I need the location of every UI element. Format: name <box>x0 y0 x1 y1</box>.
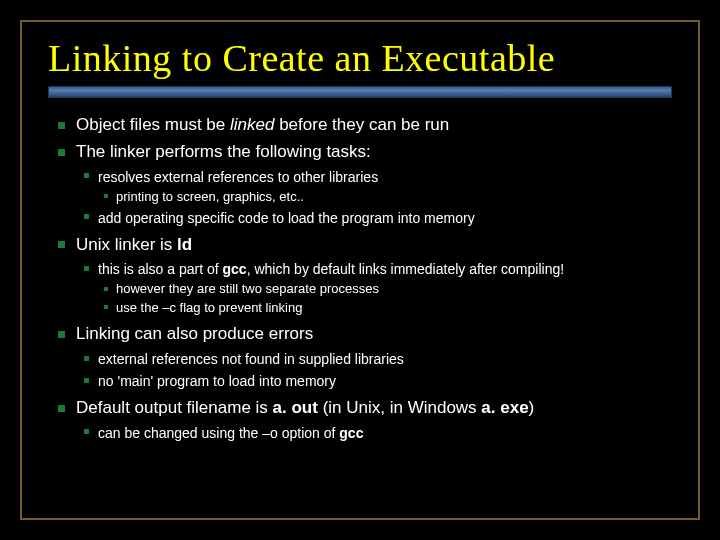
bullet-text: ) <box>529 398 535 417</box>
bullet-text: however they are still two separate proc… <box>116 281 379 296</box>
bullet-text: no 'main' program to load into memory <box>98 373 336 389</box>
bullet-text: Unix linker is <box>76 235 177 254</box>
bullet-item: add operating specific code to load the … <box>76 209 672 228</box>
bullet-text: external references not found in supplie… <box>98 351 404 367</box>
bullet-item: however they are still two separate proc… <box>98 281 672 298</box>
bullet-bold: gcc <box>223 261 247 277</box>
bullet-text: (in Unix, in Windows <box>318 398 481 417</box>
bullet-list: Object files must be linked before they … <box>48 114 672 443</box>
bullet-text: use the –c flag to prevent linking <box>116 300 302 315</box>
bullet-emph: linked <box>230 115 274 134</box>
bullet-bold: a. exe <box>481 398 528 417</box>
bullet-text: resolves external references to other li… <box>98 169 378 185</box>
bullet-item: Default output filename is a. out (in Un… <box>48 397 672 443</box>
bullet-text: Linking can also produce errors <box>76 324 313 343</box>
slide: Linking to Create an Executable Object f… <box>20 20 700 520</box>
bullet-text: before they can be run <box>274 115 449 134</box>
bullet-text: printing to screen, graphics, etc.. <box>116 189 304 204</box>
bullet-text: Object files must be <box>76 115 230 134</box>
bullet-item: no 'main' program to load into memory <box>76 372 672 391</box>
title-divider <box>48 86 672 98</box>
bullet-text: , which by default links immediately aft… <box>247 261 564 277</box>
bullet-text: this is also a part of <box>98 261 223 277</box>
bullet-item: Unix linker is ld this is also a part of… <box>48 234 672 318</box>
bullet-item: Linking can also produce errors external… <box>48 323 672 391</box>
bullet-text: The linker performs the following tasks: <box>76 142 371 161</box>
bullet-bold: gcc <box>339 425 363 441</box>
bullet-item: printing to screen, graphics, etc.. <box>98 189 672 206</box>
bullet-item: this is also a part of gcc, which by def… <box>76 260 672 317</box>
bullet-item: Object files must be linked before they … <box>48 114 672 137</box>
slide-title: Linking to Create an Executable <box>48 36 672 80</box>
bullet-text: add operating specific code to load the … <box>98 210 475 226</box>
bullet-bold: ld <box>177 235 192 254</box>
bullet-text: Default output filename is <box>76 398 273 417</box>
bullet-item: external references not found in supplie… <box>76 350 672 369</box>
bullet-item: The linker performs the following tasks:… <box>48 141 672 228</box>
bullet-item: use the –c flag to prevent linking <box>98 300 672 317</box>
bullet-bold: a. out <box>273 398 318 417</box>
bullet-item: can be changed using the –o option of gc… <box>76 424 672 443</box>
bullet-item: resolves external references to other li… <box>76 168 672 206</box>
bullet-text: can be changed using the –o option of <box>98 425 339 441</box>
